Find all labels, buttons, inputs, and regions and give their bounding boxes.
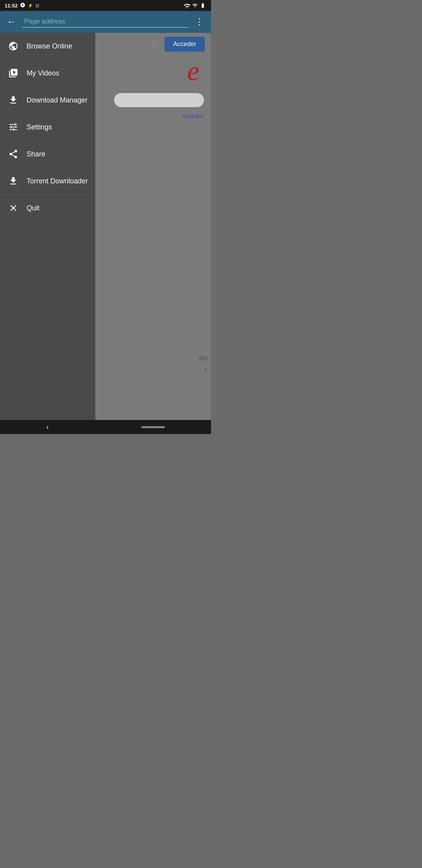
top-row: Acceder	[151, 37, 207, 52]
status-right	[184, 3, 206, 8]
close-icon	[7, 202, 20, 214]
share-icon	[7, 148, 20, 160]
videos-icon	[7, 67, 20, 79]
screen-icon: ⊡	[36, 3, 39, 8]
menu-item-quit[interactable]: Quit	[0, 195, 95, 221]
menu-item-download-manager[interactable]: Download Manager	[0, 87, 95, 114]
signal-icon	[192, 3, 198, 8]
download-manager-label: Download Manager	[27, 96, 88, 104]
acceder-button[interactable]: Acceder	[165, 37, 205, 52]
menu-item-torrent-downloader[interactable]: Torrent Downloader	[0, 168, 95, 195]
status-bar: 11:52 ⚡ ⊡	[0, 0, 211, 11]
nav-home-pill[interactable]	[141, 426, 165, 428]
wifi-icon	[184, 3, 191, 8]
google-icon	[20, 2, 25, 9]
ible-text: ible	[199, 355, 208, 361]
toolbar: ← ⋮	[0, 11, 211, 33]
status-left: 11:52 ⚡ ⊡	[5, 2, 39, 9]
menu-item-share[interactable]: Share	[0, 141, 95, 168]
more-options-button[interactable]: ⋮	[192, 14, 207, 30]
bottom-link[interactable]: n	[204, 367, 207, 373]
menu-item-browse-online[interactable]: Browse Online	[0, 33, 95, 60]
quit-label: Quit	[27, 204, 39, 212]
bolt-icon: ⚡	[28, 3, 33, 8]
torrent-icon	[7, 175, 20, 187]
menu-item-settings[interactable]: Settings	[0, 114, 95, 141]
battery-icon	[199, 3, 206, 8]
drawer-menu: Browse Online My Videos Download Manager…	[0, 33, 95, 420]
back-button[interactable]: ←	[4, 14, 19, 30]
nav-bar: ‹	[0, 420, 211, 434]
status-time: 11:52	[5, 3, 18, 9]
download-icon	[7, 94, 20, 106]
big-letter: e	[187, 56, 199, 87]
settings-label: Settings	[27, 123, 52, 131]
address-input[interactable]	[22, 16, 189, 28]
menu-item-my-videos[interactable]: My Videos	[0, 60, 95, 87]
grid-icon	[151, 40, 160, 48]
torrent-downloader-label: Torrent Downloader	[27, 177, 88, 185]
settings-icon	[7, 121, 20, 133]
my-videos-label: My Videos	[27, 69, 59, 77]
language-link[interactable]: euskara	[182, 113, 203, 119]
globe-icon	[7, 40, 20, 52]
nav-back-button[interactable]: ‹	[46, 423, 49, 431]
share-label: Share	[27, 150, 45, 158]
search-bar	[114, 93, 204, 107]
browse-online-label: Browse Online	[27, 42, 72, 50]
